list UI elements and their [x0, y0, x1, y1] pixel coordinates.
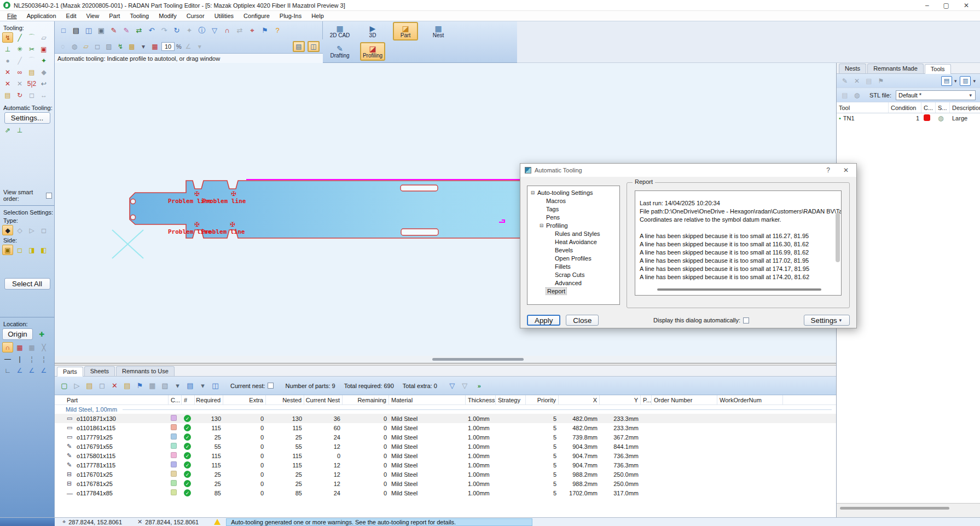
angle2-icon[interactable]: ∠ [26, 365, 37, 375]
angle-snap-icon[interactable]: ∠ [183, 42, 193, 51]
tool-arc-icon[interactable]: ⌒ [26, 32, 37, 43]
line-dash-icon[interactable]: ¦ [38, 354, 49, 364]
tree-expander[interactable] [547, 255, 553, 261]
origin-cross-icon[interactable]: ✚ [36, 329, 47, 339]
tools-view2-button[interactable]: ▥ [960, 76, 971, 86]
tool-delete-icon[interactable]: ✕ [2, 67, 13, 77]
tool-marker-icon[interactable]: ✦ [38, 55, 49, 66]
tree-node[interactable]: Rules and Styles [529, 229, 618, 238]
table-row[interactable]: —o1177841x85 ✓ 85 0 85 24 0 Mild Steel 1… [55, 488, 836, 498]
view-smart-order-checkbox[interactable] [46, 193, 52, 199]
apply-button[interactable]: Apply [527, 315, 560, 326]
tree-node[interactable]: ⊟ Auto-tooling Settings [529, 188, 618, 196]
home-view-icon[interactable]: ▩ [127, 42, 137, 51]
report-list[interactable]: Last run: 14/04/2025 10:20:34File path:D… [635, 190, 842, 296]
tool-polygon-icon[interactable]: ◆ [38, 67, 49, 77]
tool-spacing-icon[interactable]: ↔ [38, 90, 49, 100]
menu-item[interactable]: Configure [239, 11, 275, 20]
line-h-icon[interactable]: — [2, 354, 13, 364]
open-tool-icon[interactable]: ▤ [864, 76, 874, 86]
autotool-icon[interactable]: ↯ [2, 32, 13, 43]
tree-expander[interactable]: ⊟ [530, 189, 536, 195]
table-row[interactable]: ✎o1176791x55 ✓ 55 0 55 12 0 Mild Steel 1… [55, 442, 836, 451]
tree-node[interactable]: Pens [529, 213, 618, 221]
ghost-move-icon[interactable]: ◍ [69, 42, 79, 51]
zoom-grid-icon[interactable]: ▦ [150, 42, 160, 51]
swap-tools-icon[interactable]: ⇄ [134, 25, 144, 36]
open-file-icon[interactable]: ▤ [71, 25, 82, 36]
dropdown-icon[interactable]: ▾ [172, 380, 183, 391]
mode-3d-button[interactable]: ▶ 3D [360, 22, 385, 41]
tools-view1-button[interactable]: ▤ [941, 76, 952, 86]
grid-view-icon[interactable]: ▦ [147, 380, 158, 391]
tree-expander[interactable] [538, 288, 544, 294]
save-file-icon[interactable]: ◫ [83, 25, 94, 36]
menu-item[interactable]: Part [104, 11, 125, 20]
measure-icon[interactable]: ⇄ [234, 25, 245, 36]
mode-drafting-button[interactable]: ✎ Drafting [327, 42, 352, 61]
tree-expander[interactable] [547, 247, 553, 253]
grid-snap-icon[interactable]: ▦ [26, 342, 37, 352]
filter-icon[interactable]: ▽ [209, 25, 220, 36]
tree-expander[interactable] [547, 263, 553, 269]
dropdown-icon[interactable]: ▾ [138, 42, 148, 51]
tool-line-icon[interactable]: ╱ [14, 32, 25, 43]
select-all-button[interactable]: Select All [4, 278, 50, 290]
redo-icon[interactable]: ↷ [159, 25, 170, 36]
open-part-icon[interactable]: ▤ [122, 380, 132, 391]
right-panel-tab[interactable]: Remnants Made [867, 63, 924, 73]
tree-node[interactable]: Tags [529, 205, 618, 213]
tool-cross2-icon[interactable]: ✕ [14, 78, 25, 89]
tree-expander[interactable]: ⊟ [538, 222, 544, 228]
dialog-settings-button[interactable]: Settings ▾ [804, 315, 850, 326]
flash-tool-icon[interactable]: ↯ [115, 42, 125, 51]
mode-2dcad-button[interactable]: ▦ 2D CAD [327, 22, 352, 41]
tree-expander[interactable] [538, 198, 544, 204]
report-vertical-scrollbar[interactable] [836, 213, 840, 262]
menu-item[interactable]: Edit [61, 11, 82, 20]
close-button[interactable]: ✕ [964, 2, 969, 9]
dropdown-icon[interactable]: ▾ [954, 78, 957, 84]
stl-globe-icon[interactable]: ◍ [852, 90, 862, 100]
stl-file-combobox[interactable]: Default * ▾ [896, 90, 976, 100]
more-toolbar-chevron[interactable]: » [478, 383, 481, 389]
menu-item[interactable]: Tooling [125, 11, 154, 20]
line-corner-icon[interactable]: ¦ [26, 354, 37, 364]
tool-boxed-icon[interactable]: ▣ [38, 44, 49, 54]
tree-node[interactable]: Scrap Cuts [529, 270, 618, 279]
current-nest-checkbox[interactable] [268, 383, 274, 389]
ghost-check-icon[interactable]: ▨ [104, 42, 114, 51]
edit-tool-icon[interactable]: ✎ [840, 76, 850, 86]
tool-tee-icon[interactable]: ⊥ [2, 44, 13, 54]
ghost-pan-icon[interactable]: ▱ [81, 42, 91, 51]
table-row[interactable]: ✎o1175801x115 ✓ 115 0 115 0 0 Mild Steel… [55, 451, 836, 460]
flag-part-icon[interactable]: ⚑ [135, 380, 145, 391]
autotool-apply-icon[interactable]: ⊥ [14, 125, 25, 135]
menu-item[interactable]: Cursor [182, 11, 210, 20]
style-pencil-icon[interactable]: ✎ [121, 25, 132, 36]
tool-rect-icon[interactable]: ◻ [26, 90, 37, 100]
dropdown-icon[interactable]: ▾ [198, 380, 208, 391]
chart-view-icon[interactable]: ▧ [160, 380, 170, 391]
type-closed-icon[interactable]: ▷ [26, 225, 37, 235]
magnet-icon[interactable]: ∩ [222, 25, 233, 36]
canvas-scroll-thumb[interactable] [432, 358, 524, 361]
table-row[interactable]: ✎o1177781x115 ✓ 115 0 115 12 0 Mild Stee… [55, 460, 836, 470]
tool-copy-icon[interactable]: ▤ [2, 90, 13, 100]
menu-item[interactable]: Modify [154, 11, 181, 20]
help-icon[interactable]: ? [272, 25, 283, 36]
tool-dash-line-icon[interactable]: ╱ [14, 55, 25, 66]
filter-parts-icon[interactable]: ▽ [447, 380, 457, 391]
tree-expander[interactable] [547, 239, 553, 245]
angle1-icon[interactable]: ∠ [14, 365, 25, 375]
inspect-icon[interactable]: ⌖ [247, 25, 258, 36]
table-row[interactable]: ▭o1177791x25 ✓ 25 0 25 24 0 Mild Steel 1… [55, 432, 836, 442]
parts-panel-tab[interactable]: Parts [57, 367, 83, 377]
tool-pair-icon[interactable]: ∞ [14, 67, 25, 77]
menu-item[interactable]: Help [306, 11, 329, 20]
tools-horizontal-scrollbar[interactable] [840, 507, 949, 510]
tree-expander[interactable] [538, 214, 544, 220]
axes-icon[interactable]: ∟ [2, 365, 13, 375]
view-list-icon[interactable]: ▤ [185, 380, 195, 391]
parts-panel-tab[interactable]: Remnants to Use [116, 366, 175, 376]
